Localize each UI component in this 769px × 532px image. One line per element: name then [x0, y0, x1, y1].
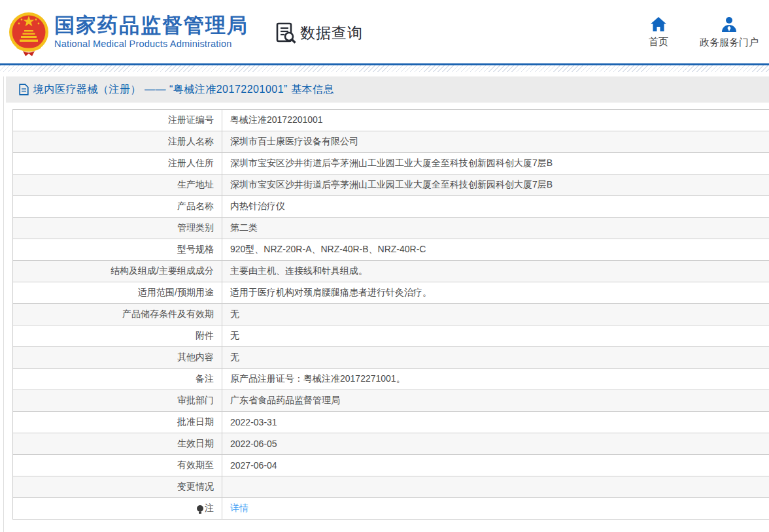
row-label: 注册证编号 [13, 110, 222, 131]
row-value: 无 [222, 347, 769, 369]
site-title: 国家药品监督管理局 [54, 14, 248, 37]
table-row: 生效日期2022-06-05 [13, 433, 769, 455]
row-value: 第二类 [222, 218, 769, 239]
table-row: 变更情况 [13, 476, 769, 498]
table-row: 附件无 [13, 325, 769, 347]
row-label: 备注 [13, 369, 222, 390]
table-row: 备注原产品注册证号：粤械注准20172271001。 [13, 369, 769, 390]
table-row: 管理类别第二类 [13, 218, 769, 239]
row-value: 深圳市宝安区沙井街道后亭茅洲山工业园工业大厦全至科技创新园科创大厦7层B [222, 153, 769, 175]
main-content: 境内医疗器械（注册） —— “粤械注准20172201001” 基本信息 注册证… [3, 76, 769, 532]
hatch-divider [0, 65, 769, 72]
registration-info-table: 注册证编号粤械注准20172201001注册人名称深圳市百士康医疗设备有限公司注… [12, 109, 769, 520]
site-header: 国家药品监督管理局 National Medical Products Admi… [0, 0, 769, 63]
breadcrumb: 境内医疗器械（注册） —— “粤械注准20172201001” 基本信息 [6, 76, 769, 103]
table-row: 生产地址深圳市宝安区沙井街道后亭茅洲山工业园工业大厦全至科技创新园科创大厦7层B [13, 175, 769, 196]
row-label: 产品名称 [13, 196, 222, 218]
registration-table-body: 注册证编号粤械注准20172201001注册人名称深圳市百士康医疗设备有限公司注… [13, 110, 769, 520]
nav-label-home: 首页 [649, 36, 668, 48]
row-label: 管理类别 [13, 218, 222, 239]
site-logo[interactable]: 国家药品监督管理局 National Medical Products Admi… [0, 8, 248, 56]
row-label: 批准日期 [13, 412, 222, 433]
user-icon [721, 16, 738, 33]
row-value: 广东省食品药品监督管理局 [222, 390, 769, 412]
table-row: 批准日期2022-03-31 [13, 412, 769, 433]
breadcrumb-text: 境内医疗器械（注册） —— “粤械注准20172201001” 基本信息 [33, 83, 334, 97]
national-emblem-icon [9, 9, 49, 56]
table-row: 注册人住所深圳市宝安区沙井街道后亭茅洲山工业园工业大厦全至科技创新园科创大厦7层… [13, 153, 769, 175]
row-label: 附件 [13, 325, 222, 347]
lightbulb-note-icon [197, 505, 203, 512]
home-icon [650, 16, 667, 32]
table-row: 注册证编号粤械注准20172201001 [13, 110, 769, 131]
row-value [222, 476, 769, 498]
section-title: 数据查询 [300, 23, 363, 43]
row-value: 2022-06-05 [222, 433, 769, 455]
document-search-icon [276, 22, 296, 44]
row-value: 920型、NRZ-20R-A、NRZ-40R-B、NRZ-40R-C [222, 239, 769, 261]
table-row: 产品储存条件及有效期无 [13, 304, 769, 325]
row-value: 粤械注准20172201001 [222, 110, 769, 131]
row-value: 深圳市宝安区沙井街道后亭茅洲山工业园工业大厦全至科技创新园科创大厦7层B [222, 175, 769, 196]
row-label: 型号规格 [13, 239, 222, 261]
row-label: 产品储存条件及有效期 [13, 304, 222, 325]
row-label: 变更情况 [13, 476, 222, 498]
row-value: 详情 [222, 498, 769, 520]
nav-item-portal[interactable]: 政务服务门户 [700, 16, 759, 49]
row-value: 无 [222, 325, 769, 347]
row-label: 生效日期 [13, 433, 222, 455]
site-title-block: 国家药品监督管理局 National Medical Products Admi… [54, 14, 248, 49]
document-icon [19, 84, 29, 95]
row-value: 2022-03-31 [222, 412, 769, 433]
details-link[interactable]: 详情 [230, 503, 248, 513]
table-row: 结构及组成/主要组成成分主要由主机、连接线和针具组成。 [13, 261, 769, 282]
data-query-section[interactable]: 数据查询 [276, 22, 363, 44]
table-row: 注册人名称深圳市百士康医疗设备有限公司 [13, 131, 769, 153]
row-value: 主要由主机、连接线和针具组成。 [222, 261, 769, 282]
table-row: 有效期至2027-06-04 [13, 455, 769, 476]
row-value: 2027-06-04 [222, 455, 769, 476]
table-row: 产品名称内热针治疗仪 [13, 196, 769, 218]
table-row: 型号规格920型、NRZ-20R-A、NRZ-40R-B、NRZ-40R-C [13, 239, 769, 261]
table-row: 适用范围/预期用途适用于医疗机构对颈肩腰腿痛患者进行针灸治疗。 [13, 282, 769, 304]
row-label: 审批部门 [13, 390, 222, 412]
row-label: 适用范围/预期用途 [13, 282, 222, 304]
row-value: 深圳市百士康医疗设备有限公司 [222, 131, 769, 153]
row-label: 注册人住所 [13, 153, 222, 175]
row-label: 注 [13, 498, 222, 520]
site-subtitle: National Medical Products Administration [54, 39, 248, 49]
row-label: 生产地址 [13, 175, 222, 196]
row-value: 内热针治疗仪 [222, 196, 769, 218]
row-value: 适用于医疗机构对颈肩腰腿痛患者进行针灸治疗。 [222, 282, 769, 304]
header-nav: 首页 政务服务门户 [649, 16, 769, 49]
row-value: 无 [222, 304, 769, 325]
table-row: 其他内容无 [13, 347, 769, 369]
nav-label-portal: 政务服务门户 [700, 37, 759, 49]
row-label: 注册人名称 [13, 131, 222, 153]
row-value: 原产品注册证号：粤械注准20172271001。 [222, 369, 769, 390]
row-label: 其他内容 [13, 347, 222, 369]
table-row: 注详情 [13, 498, 769, 520]
nav-item-home[interactable]: 首页 [649, 16, 668, 49]
row-label: 结构及组成/主要组成成分 [13, 261, 222, 282]
row-label: 有效期至 [13, 455, 222, 476]
table-row: 审批部门广东省食品药品监督管理局 [13, 390, 769, 412]
